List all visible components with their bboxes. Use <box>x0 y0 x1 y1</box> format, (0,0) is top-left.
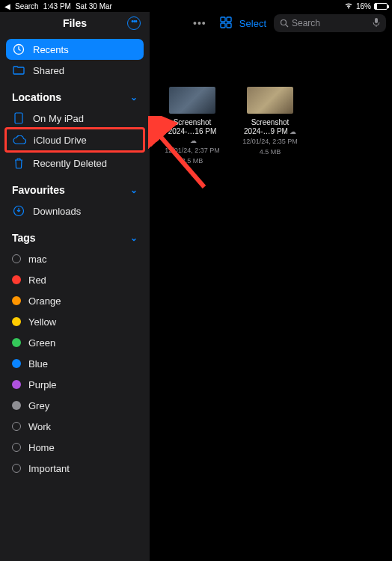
favourites-header[interactable]: Favourites ⌄ <box>6 174 144 200</box>
sidebar-tag-item[interactable]: Red <box>6 269 144 290</box>
tag-label: Green <box>28 337 55 349</box>
cloud-icon <box>13 135 26 144</box>
tag-label: Purple <box>28 379 57 390</box>
locations-header[interactable]: Locations ⌄ <box>6 81 144 108</box>
search-icon <box>280 19 289 28</box>
svg-rect-3 <box>221 17 225 22</box>
sidebar-item-shared[interactable]: Shared <box>6 60 144 81</box>
status-bar: ◀ Search 1:43 PM Sat 30 Mar 16% <box>0 0 392 12</box>
tag-color-dot <box>12 338 21 347</box>
chevron-down-icon: ⌄ <box>130 92 138 102</box>
file-size: 3.5 MB <box>165 157 220 166</box>
file-name-line1: Screenshot <box>174 118 212 126</box>
tag-label: Work <box>28 421 51 432</box>
tag-label: Orange <box>28 295 61 307</box>
sidebar-tag-item[interactable]: Orange <box>6 290 144 311</box>
status-time: 1:43 PM <box>43 2 71 10</box>
tag-label: Home <box>28 442 55 453</box>
sidebar-item-label: Shared <box>33 65 64 76</box>
tag-color-dot <box>12 401 21 410</box>
search-input[interactable]: Search <box>274 14 386 32</box>
tag-label: mac <box>28 254 47 265</box>
sidebar-item-label: iCloud Drive <box>34 135 87 146</box>
file-thumbnail <box>169 87 215 114</box>
mic-icon[interactable] <box>373 17 380 30</box>
file-item[interactable]: Screenshot 2024-…16 PM☁ 12/01/24, 2:37 P… <box>165 87 220 165</box>
annotation-highlight: iCloud Drive <box>4 127 145 153</box>
sidebar-item-downloads[interactable]: Downloads <box>6 200 144 221</box>
sidebar-item-label: Recently Deleted <box>33 158 107 169</box>
ipad-icon <box>12 112 25 124</box>
tags-header[interactable]: Tags ⌄ <box>6 221 144 248</box>
more-menu-icon[interactable]: ••• <box>156 17 206 29</box>
battery-percent: 16% <box>356 2 371 10</box>
file-name-line1: Screenshot <box>251 118 290 126</box>
sidebar-tag-item[interactable]: mac <box>6 248 144 269</box>
tag-empty-ring <box>12 464 21 473</box>
more-options-button[interactable]: ••• <box>127 16 141 30</box>
main-content: ••• Select Search Screenshot <box>150 12 392 561</box>
tag-empty-ring <box>12 254 21 263</box>
sidebar-item-recently-deleted[interactable]: Recently Deleted <box>6 153 144 174</box>
sidebar-item-on-my-ipad[interactable]: On My iPad <box>6 108 144 129</box>
status-date: Sat 30 Mar <box>76 2 112 10</box>
sidebar-tag-item[interactable]: Green <box>6 332 144 353</box>
tag-color-dot <box>12 296 21 305</box>
grid-view-icon[interactable] <box>220 16 232 31</box>
clock-icon <box>12 43 25 55</box>
trash-icon <box>12 157 25 169</box>
cloud-download-icon: ☁ <box>290 128 296 136</box>
sidebar-item-label: Recents <box>33 44 69 55</box>
tag-label: Blue <box>28 358 48 370</box>
sidebar-tag-item[interactable]: Grey <box>6 395 144 416</box>
file-size: 4.5 MB <box>242 148 298 157</box>
sidebar-tag-item[interactable]: Blue <box>6 353 144 374</box>
file-name-line2: 2024-…9 PM <box>244 127 288 135</box>
tag-color-dot <box>12 380 21 389</box>
tag-label: Red <box>28 275 46 286</box>
sidebar-item-label: Downloads <box>33 206 81 217</box>
folder-shared-icon <box>12 65 25 76</box>
select-button[interactable]: Select <box>239 18 266 29</box>
svg-rect-8 <box>375 18 378 23</box>
svg-rect-4 <box>227 17 231 22</box>
file-item[interactable]: Screenshot 2024-…9 PM☁ 12/01/24, 2:35 PM… <box>242 87 298 165</box>
svg-rect-1 <box>15 113 22 123</box>
sidebar-item-icloud-drive[interactable]: iCloud Drive <box>7 129 143 150</box>
file-thumbnail <box>247 87 293 114</box>
back-app-label[interactable]: Search <box>15 2 39 10</box>
sidebar-tag-item[interactable]: Important <box>6 458 144 479</box>
tag-color-dot <box>12 317 21 326</box>
chevron-down-icon: ⌄ <box>130 185 138 195</box>
sidebar: Files ••• Recents Shared Locations ⌄ <box>0 12 150 561</box>
chevron-down-icon: ⌄ <box>130 233 138 243</box>
sidebar-tag-item[interactable]: Home <box>6 437 144 458</box>
sidebar-item-recents[interactable]: Recents <box>6 39 144 60</box>
cloud-download-icon: ☁ <box>190 137 197 145</box>
tag-label: Important <box>28 463 70 474</box>
download-icon <box>12 205 25 217</box>
tag-label: Grey <box>28 400 49 411</box>
wifi-icon <box>344 2 353 10</box>
tag-label: Yellow <box>28 316 56 328</box>
tag-empty-ring <box>12 443 21 452</box>
sidebar-tag-item[interactable]: Purple <box>6 374 144 395</box>
tag-empty-ring <box>12 422 21 431</box>
sidebar-tag-item[interactable]: Yellow <box>6 311 144 332</box>
file-date: 12/01/24, 2:37 PM <box>165 147 220 156</box>
tag-color-dot <box>12 359 21 368</box>
svg-rect-5 <box>221 23 225 28</box>
search-placeholder: Search <box>292 18 320 28</box>
svg-point-7 <box>281 20 287 25</box>
svg-rect-6 <box>227 23 231 28</box>
battery-icon <box>374 3 388 10</box>
file-name-line2: 2024-…16 PM <box>168 127 216 135</box>
sidebar-title: Files <box>63 17 87 29</box>
sidebar-item-label: On My iPad <box>33 113 84 124</box>
sidebar-tag-item[interactable]: Work <box>6 416 144 437</box>
file-date: 12/01/24, 2:35 PM <box>242 138 298 147</box>
tag-color-dot <box>12 275 21 284</box>
back-caret-icon[interactable]: ◀ <box>4 2 10 10</box>
